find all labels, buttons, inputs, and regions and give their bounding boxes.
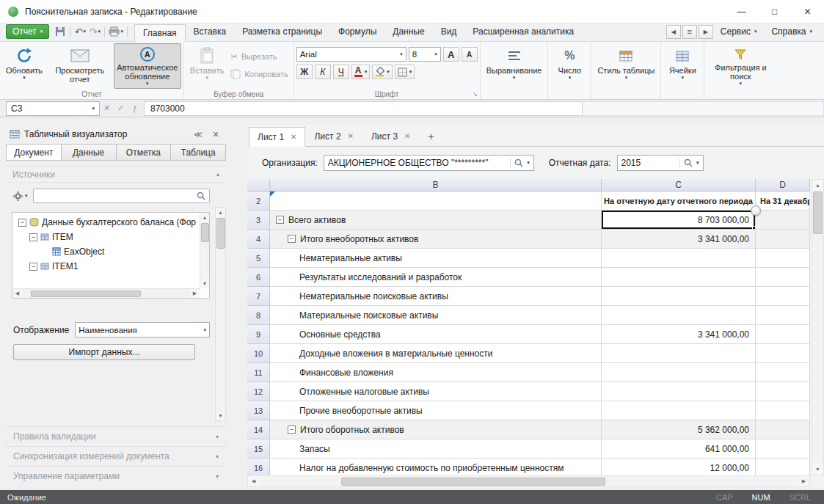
tree-item[interactable]: −ITEM xyxy=(14,230,208,244)
underline-button[interactable]: Ч xyxy=(333,65,349,79)
cell-c[interactable]: 641 000,00 xyxy=(602,439,756,459)
close-sheet-icon[interactable]: ✕ xyxy=(404,132,410,140)
italic-button[interactable]: К xyxy=(315,65,331,79)
report-menu-button[interactable]: Отчет ▾ xyxy=(6,24,49,39)
preview-report-button[interactable]: Просмотреть отчет xyxy=(46,43,114,89)
panel-tab[interactable]: Отметка xyxy=(117,144,172,161)
close-button[interactable]: ✕ xyxy=(791,0,824,23)
scroll-thumb[interactable] xyxy=(31,291,141,297)
panel-section-header[interactable]: Управление параметрами▾ xyxy=(6,466,226,486)
scroll-thumb[interactable] xyxy=(813,191,823,234)
collapse-toggle-icon[interactable]: − xyxy=(276,216,284,224)
grid-vertical-scrollbar[interactable]: ▲ ▼ xyxy=(812,179,824,475)
collapse-toggle-icon[interactable]: − xyxy=(18,219,26,227)
row-number[interactable]: 2 xyxy=(247,191,270,211)
cell-b[interactable]: Отложенные налоговые активы xyxy=(270,382,602,401)
font-color-button[interactable]: А ▾ xyxy=(351,65,371,79)
borders-button[interactable]: ▾ xyxy=(395,65,415,79)
cell-reference-box[interactable]: C3 ▾ xyxy=(6,101,100,116)
sheet-tab[interactable]: Лист 2✕ xyxy=(305,126,362,146)
parameter-pin-icon[interactable] xyxy=(751,205,761,216)
panel-scrollbar[interactable]: ▲ ▼ xyxy=(215,207,226,421)
nav-right-button[interactable]: ▶ xyxy=(699,25,713,39)
refresh-button[interactable]: Обновить ▾ xyxy=(2,43,46,89)
cell-c[interactable]: 8 703 000,00 xyxy=(602,211,756,230)
cell-d[interactable] xyxy=(756,459,810,475)
column-header-c[interactable]: C xyxy=(602,179,756,191)
scroll-right-icon[interactable]: ▶ xyxy=(798,476,809,486)
cancel-entry-button[interactable]: ✕ xyxy=(100,101,114,116)
search-input[interactable] xyxy=(33,189,210,203)
scroll-right-icon[interactable]: ▶ xyxy=(190,289,200,299)
cell-d[interactable] xyxy=(756,382,810,401)
cell-d[interactable] xyxy=(756,401,810,420)
report-date-select[interactable]: 2015 ▾ xyxy=(617,155,704,171)
tree-item[interactable]: −Данные бухгалтерского баланса (Фор xyxy=(14,215,208,230)
minimize-button[interactable]: — xyxy=(725,0,758,23)
row-number[interactable]: 6 xyxy=(247,268,270,287)
font-family-select[interactable]: Arial ▾ xyxy=(296,47,406,62)
cell-b[interactable]: Запасы xyxy=(270,439,602,459)
cell-b[interactable]: Нематериальные поисковые активы xyxy=(270,287,602,306)
cell-b[interactable]: −Всего активов xyxy=(270,211,602,230)
cell-b[interactable]: Доходные вложения в материальные ценност… xyxy=(270,344,602,363)
scroll-left-icon[interactable]: ◀ xyxy=(248,476,259,486)
fill-color-button[interactable]: ▾ xyxy=(372,65,393,79)
close-sheet-icon[interactable]: ✕ xyxy=(291,133,296,141)
panel-section-header[interactable]: Правила валидации▾ xyxy=(6,426,226,446)
cell-d[interactable] xyxy=(756,325,810,344)
tree-horizontal-scrollbar[interactable]: ◀ ▶ xyxy=(12,288,200,298)
row-number[interactable]: 4 xyxy=(247,230,270,249)
column-header-b[interactable]: B xyxy=(270,179,602,191)
ribbon-tab[interactable]: Вставка xyxy=(186,23,235,41)
view-list-button[interactable]: ≡ xyxy=(682,25,697,39)
cells-button[interactable]: Ячейки ▾ xyxy=(663,43,701,89)
scroll-down-icon[interactable]: ▼ xyxy=(216,411,225,420)
display-select[interactable]: Наименования ▾ xyxy=(75,322,210,337)
scroll-down-icon[interactable]: ▼ xyxy=(812,464,823,475)
cell-d[interactable] xyxy=(756,439,810,459)
panel-section-header[interactable]: Синхронизация измерений документа▾ xyxy=(6,446,226,466)
grow-font-button[interactable]: A xyxy=(443,47,459,62)
cell-b[interactable]: Результаты исследований и разработок xyxy=(270,268,602,287)
ribbon-tab[interactable]: Расширенная аналитика xyxy=(464,23,582,41)
auto-update-button[interactable]: А Автоматическое обновление ▾ xyxy=(114,43,181,89)
add-sheet-button[interactable]: + xyxy=(419,126,442,146)
close-sheet-icon[interactable]: ✕ xyxy=(348,132,354,140)
cell-c[interactable]: 5 362 000,00 xyxy=(602,420,756,439)
nav-left-button[interactable]: ◀ xyxy=(666,25,681,39)
cell-c[interactable] xyxy=(602,249,756,268)
grid-corner[interactable] xyxy=(247,179,270,191)
collapse-toggle-icon[interactable]: − xyxy=(288,426,296,434)
help-menu[interactable]: Справка▾ xyxy=(764,24,820,39)
print-button[interactable]: ▾ xyxy=(107,24,125,39)
row-number[interactable]: 3 xyxy=(247,211,270,230)
cell-d[interactable] xyxy=(756,211,810,230)
shrink-font-button[interactable]: A xyxy=(462,47,478,62)
cell-c[interactable]: 3 341 000,00 xyxy=(602,230,756,249)
row-number[interactable]: 12 xyxy=(247,382,270,401)
filter-search-button[interactable]: Фильтрация и поиск ▾ xyxy=(707,43,774,89)
cell-b[interactable]: Нематериальные активы xyxy=(270,249,602,268)
cell-d[interactable] xyxy=(756,230,810,249)
collapse-panel-button[interactable]: ≪ xyxy=(192,130,205,139)
panel-tab[interactable]: Таблица xyxy=(171,144,226,161)
scroll-up-icon[interactable]: ▲ xyxy=(216,208,225,217)
cell-c[interactable] xyxy=(602,363,756,382)
cell-c[interactable] xyxy=(602,344,756,363)
tree-item[interactable]: −ITEM1 xyxy=(14,259,208,274)
cell-b[interactable]: Налог на добавленную стоимость по приобр… xyxy=(270,459,602,475)
sources-section-header[interactable]: Источники ▴ xyxy=(6,166,226,183)
cell-b[interactable]: Основные средства xyxy=(270,325,602,344)
cell-c[interactable] xyxy=(602,306,756,325)
cell-b[interactable]: Прочие внеоборотные активы xyxy=(270,401,602,420)
row-number[interactable]: 5 xyxy=(247,249,270,268)
row-number[interactable]: 16 xyxy=(247,459,270,475)
number-button[interactable]: % Число ▾ xyxy=(550,43,588,89)
redo-button[interactable]: ↷▾ xyxy=(87,24,102,39)
row-number[interactable]: 15 xyxy=(247,439,270,459)
collapse-toggle-icon[interactable]: − xyxy=(29,263,37,271)
cell-c[interactable] xyxy=(602,382,756,401)
organization-select[interactable]: АКЦИОНЕРНОЕ ОБЩЕСТВО "*********" ▾ xyxy=(324,155,534,171)
scroll-thumb[interactable] xyxy=(216,218,225,249)
